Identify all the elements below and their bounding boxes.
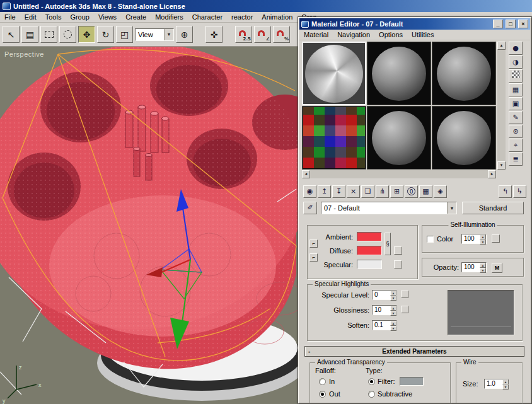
menu-views[interactable]: Views bbox=[94, 13, 121, 21]
show-map-in-viewport-button[interactable]: ▦ bbox=[419, 185, 432, 198]
maximize-button[interactable]: □ bbox=[506, 20, 516, 28]
spinner-down-icon[interactable] bbox=[480, 240, 486, 245]
lock-diffuse-specular-button[interactable]: ⌐ bbox=[309, 253, 318, 262]
sample-type-button[interactable]: ● bbox=[509, 42, 523, 55]
material-name-dropdown[interactable]: 07 - Default bbox=[321, 202, 457, 214]
spinner-up-icon[interactable] bbox=[502, 379, 509, 384]
falloff-out-radio[interactable] bbox=[319, 391, 326, 398]
menu-animation[interactable]: Animation bbox=[257, 13, 297, 21]
material-sample-slot-5[interactable] bbox=[367, 106, 431, 170]
go-to-parent-button[interactable]: ↰ bbox=[499, 185, 512, 198]
menu-reactor[interactable]: reactor bbox=[227, 13, 257, 21]
menu-group[interactable]: Group bbox=[66, 13, 94, 21]
select-and-move-button[interactable]: ✥ bbox=[78, 26, 95, 43]
spinner-down-icon[interactable] bbox=[502, 384, 509, 390]
material-editor-options-button[interactable]: ⊛ bbox=[509, 125, 523, 138]
pick-material-from-object-button[interactable]: ✐ bbox=[303, 202, 317, 214]
viewport-label[interactable]: Perspective bbox=[4, 50, 44, 58]
menu-options[interactable]: Options bbox=[374, 30, 407, 39]
select-and-rotate-button[interactable]: ↻ bbox=[97, 26, 114, 43]
put-to-library-button[interactable]: ⊞ bbox=[390, 185, 403, 198]
spinner-down-icon[interactable] bbox=[390, 296, 396, 301]
main-titlebar[interactable]: Untitled - Autodesk 3ds Max 8 - Stand-al… bbox=[0, 0, 532, 12]
scroll-right-icon[interactable] bbox=[488, 170, 496, 178]
get-material-button[interactable]: ◉ bbox=[303, 185, 316, 198]
material-sample-slot-2[interactable] bbox=[367, 42, 431, 105]
menu-create[interactable]: Create bbox=[121, 13, 151, 21]
menu-modifiers[interactable]: Modifiers bbox=[151, 13, 188, 21]
select-object-button[interactable]: ↖ bbox=[3, 26, 20, 43]
specular-level-map-button[interactable] bbox=[401, 291, 408, 298]
scroll-down-icon[interactable] bbox=[497, 161, 506, 170]
menu-utilities[interactable]: Utilities bbox=[407, 30, 438, 39]
scroll-left-icon[interactable] bbox=[302, 170, 310, 178]
falloff-in-radio[interactable] bbox=[319, 378, 326, 385]
ambient-diffuse-lock-icon[interactable]: § bbox=[385, 233, 391, 255]
close-button[interactable]: × bbox=[518, 20, 528, 28]
spinner-up-icon[interactable] bbox=[390, 306, 396, 311]
chevron-down-icon[interactable] bbox=[447, 202, 456, 214]
diffuse-map-button[interactable] bbox=[394, 246, 402, 255]
material-sample-slot-1[interactable] bbox=[302, 42, 366, 105]
glossiness-map-button[interactable] bbox=[401, 306, 408, 313]
chevron-down-icon[interactable] bbox=[164, 29, 173, 40]
reference-coordinate-dropdown[interactable]: View bbox=[135, 28, 174, 41]
video-color-check-button[interactable]: ▣ bbox=[509, 97, 523, 110]
specular-map-button[interactable] bbox=[394, 260, 402, 268]
go-forward-to-sibling-button[interactable]: ↳ bbox=[513, 185, 526, 198]
soften-spinner[interactable]: 0.1 bbox=[372, 320, 397, 330]
backlight-button[interactable]: ◑ bbox=[509, 55, 523, 69]
select-by-material-button[interactable]: ⌖ bbox=[509, 139, 523, 152]
specular-level-spinner[interactable]: 0 bbox=[372, 290, 397, 300]
menu-material[interactable]: Material bbox=[299, 30, 333, 39]
spinner-down-icon[interactable] bbox=[390, 326, 396, 331]
sample-horizontal-scrollbar[interactable] bbox=[302, 170, 496, 178]
menu-navigation[interactable]: Navigation bbox=[333, 30, 374, 39]
material-sample-slot-4[interactable] bbox=[302, 106, 366, 170]
self-illumination-spinner[interactable]: 100 bbox=[461, 234, 487, 244]
angle-snap-toggle-button[interactable]: ∠ bbox=[254, 26, 271, 43]
reset-map-button[interactable]: × bbox=[347, 185, 360, 198]
spinner-up-icon[interactable] bbox=[480, 234, 486, 240]
self-illumination-map-button[interactable] bbox=[492, 234, 500, 243]
specular-color-swatch[interactable] bbox=[357, 260, 382, 269]
select-and-scale-button[interactable]: ◰ bbox=[116, 26, 133, 43]
type-subtractive-radio[interactable] bbox=[368, 391, 375, 398]
glossiness-spinner[interactable]: 10 bbox=[372, 305, 397, 315]
background-button[interactable] bbox=[509, 69, 523, 83]
put-material-to-scene-button[interactable]: ↥ bbox=[318, 185, 331, 198]
spinner-up-icon[interactable] bbox=[390, 321, 396, 326]
ambient-color-swatch[interactable] bbox=[357, 232, 382, 241]
make-preview-button[interactable]: ✎ bbox=[509, 111, 523, 124]
extended-parameters-rollout[interactable]: - Extended Parameters bbox=[304, 346, 524, 357]
spinner-up-icon[interactable] bbox=[390, 291, 396, 296]
menu-file[interactable]: File bbox=[0, 13, 20, 21]
material-type-button[interactable]: Standard bbox=[462, 202, 524, 214]
opacity-spinner[interactable]: 100 bbox=[461, 262, 487, 272]
make-unique-button[interactable]: ⋔ bbox=[376, 185, 389, 198]
show-end-result-button[interactable]: ◈ bbox=[434, 185, 447, 198]
assign-material-to-selection-button[interactable]: ↧ bbox=[332, 185, 345, 198]
minimize-button[interactable]: _ bbox=[493, 20, 503, 28]
crossing-selection-region-button[interactable] bbox=[59, 26, 76, 43]
rectangular-selection-region-button[interactable] bbox=[40, 26, 57, 43]
opacity-map-button[interactable]: M bbox=[492, 263, 502, 273]
select-and-manipulate-button[interactable]: ✜ bbox=[205, 26, 223, 43]
spinner-up-icon[interactable] bbox=[480, 263, 486, 268]
use-center-button[interactable]: ⊕ bbox=[176, 26, 193, 43]
material-sample-slot-6[interactable] bbox=[432, 106, 496, 170]
scroll-up-icon[interactable] bbox=[497, 42, 506, 50]
filter-color-swatch[interactable] bbox=[400, 377, 424, 386]
percent-snap-toggle-button[interactable]: % bbox=[273, 26, 290, 43]
menu-character[interactable]: Character bbox=[188, 13, 227, 21]
self-illumination-color-checkbox[interactable] bbox=[427, 236, 434, 243]
sample-vertical-scrollbar[interactable] bbox=[497, 42, 506, 170]
lock-ambient-diffuse-button[interactable]: ⌐ bbox=[309, 240, 318, 248]
material-map-navigator-button[interactable]: ≣ bbox=[509, 153, 523, 166]
material-editor-titlebar[interactable]: Material Editor - 07 - Default _ □ × bbox=[299, 18, 530, 30]
wire-size-spinner[interactable]: 1.0 bbox=[484, 379, 509, 389]
sample-uv-tiling-button[interactable]: ▦ bbox=[509, 83, 523, 96]
material-id-channel-button[interactable]: 0 bbox=[405, 185, 418, 198]
diffuse-color-swatch[interactable] bbox=[357, 246, 382, 255]
menu-edit[interactable]: Edit bbox=[20, 13, 41, 21]
